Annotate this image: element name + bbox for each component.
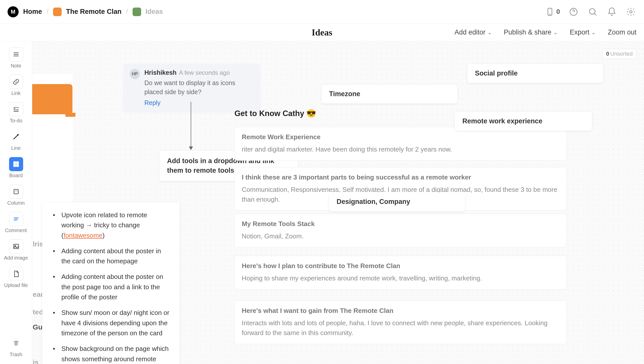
profile-card[interactable]: Here's how I plan to contribute to The R… [234, 256, 567, 289]
bg-orange-shape [32, 84, 72, 114]
tool-board-label: Board [9, 173, 23, 178]
add-editor-button[interactable]: Add editor⌄ [455, 28, 492, 36]
profile-card-title: Here's what I want to gain from The Remo… [242, 307, 559, 315]
tool-column[interactable]: Column [0, 183, 32, 207]
chevron-down-icon: ⌄ [591, 29, 596, 35]
tool-upload-file-label: Upload file [4, 282, 28, 288]
svg-rect-17 [14, 164, 16, 167]
arrow-line [191, 102, 191, 147]
chevron-down-icon: ⌄ [553, 29, 558, 35]
gear-icon[interactable] [625, 6, 636, 17]
tool-trash[interactable]: Trash [0, 335, 32, 359]
profile-card-title: Here's how I plan to contribute to The R… [242, 262, 559, 270]
svg-rect-16 [16, 162, 19, 164]
list-item: Show background on the page which shows … [51, 344, 171, 364]
tool-line-label: Line [11, 145, 21, 151]
profile-card-title: My Remote Tools Stack [242, 220, 559, 228]
fontawesome-link[interactable]: fontawesome [64, 232, 103, 239]
line-icon [9, 130, 23, 144]
help-icon[interactable] [568, 6, 579, 17]
comment-author: Hrishikesh [144, 69, 177, 76]
breadcrumb-sep: / [47, 8, 49, 16]
workspace-icon [53, 8, 62, 16]
note-icon [9, 47, 23, 61]
profile-card-text: riter and digital marketer. Have been do… [242, 144, 559, 154]
phone-icon [544, 6, 555, 17]
file-icon [9, 267, 23, 281]
notes-list-card[interactable]: Upvote icon related to remote working → … [42, 202, 180, 364]
viewers-count[interactable]: 0 [544, 6, 560, 17]
svg-rect-19 [14, 189, 18, 194]
list-item: Adding content about the poster on the p… [51, 272, 171, 302]
profile-card-text: Hoping to share my experiences around re… [242, 273, 559, 283]
page-title: Ideas [312, 27, 332, 38]
breadcrumb-page[interactable]: Ideas [146, 8, 163, 16]
unsorted-badge[interactable]: 0Unsorted [602, 49, 636, 59]
page-icon [133, 8, 141, 16]
note-card-timezone[interactable]: Timezone [321, 85, 457, 103]
notes-list: Upvote icon related to remote working → … [51, 210, 171, 364]
svg-rect-24 [14, 244, 19, 249]
todo-icon [9, 102, 23, 116]
unsorted-label: Unsorted [610, 51, 633, 57]
profile-card[interactable]: My Remote Tools Stack Notion, Gmail, Zoo… [234, 214, 567, 247]
chevron-down-icon: ⌄ [488, 29, 492, 35]
profile-card-text: Interacts with lots and lots of people, … [242, 318, 559, 338]
list-item: Upvote icon related to remote working → … [51, 210, 171, 240]
avatar: HP [130, 69, 140, 79]
tool-link[interactable]: Link [0, 73, 32, 98]
breadcrumb: M Home / The Remote Clan / Ideas [8, 6, 163, 17]
comment-body: HrishikeshA few seconds ago Do we want t… [144, 69, 240, 106]
profile-heading: Get to Know Cathy 😎 [234, 109, 316, 118]
svg-line-5 [594, 13, 596, 15]
note-card-designation[interactable]: Designation, Company [329, 192, 465, 211]
breadcrumb-home[interactable]: Home [23, 8, 42, 16]
app-logo[interactable]: M [8, 6, 19, 17]
tool-upload-file[interactable]: Upload file [0, 265, 32, 290]
column-icon [9, 185, 23, 199]
canvas[interactable]: 0Unsorted lrish ead ted Guic is HP Hrish… [32, 41, 644, 364]
tool-board[interactable]: Board [0, 156, 32, 180]
tool-note-label: Note [11, 63, 21, 69]
tool-todo[interactable]: To-do [0, 101, 32, 125]
bell-icon[interactable] [606, 6, 617, 17]
sub-header: Ideas Add editor⌄ Publish & share⌄ Expor… [0, 24, 644, 41]
viewers-number: 0 [556, 8, 560, 16]
tool-comment[interactable]: Comment [0, 210, 32, 235]
note-card-remote-work-exp[interactable]: Remote work experience [455, 112, 592, 131]
image-icon [9, 239, 23, 253]
topbar-right: 0 [544, 6, 636, 17]
zoom-out-button[interactable]: Zoom out [608, 28, 636, 36]
unsorted-count: 0 [606, 51, 609, 57]
bg-text-fragment: is [33, 358, 38, 364]
profile-card[interactable]: Remote Work Experience riter and digital… [234, 127, 567, 161]
comment-bubble[interactable]: HP HrishikeshA few seconds ago Do we wan… [124, 64, 260, 112]
comment-text: Do we want to display it as icons placed… [144, 78, 240, 97]
trash-icon [9, 336, 23, 350]
tool-note[interactable]: Note [0, 46, 32, 70]
tool-trash-label: Trash [10, 352, 22, 357]
arrow-head-icon [189, 147, 193, 150]
profile-card-title: I think these are 3 important parts to b… [242, 173, 559, 181]
svg-rect-15 [14, 162, 16, 164]
comment-reply-button[interactable]: Reply [144, 99, 240, 106]
search-icon[interactable] [587, 6, 598, 17]
list-item: Show sun/ moon or day/ night icon or hav… [51, 308, 171, 338]
breadcrumb-workspace[interactable]: The Remote Clan [66, 8, 122, 16]
tool-line[interactable]: Line [0, 128, 32, 153]
subheader-actions: Add editor⌄ Publish & share⌄ Export⌄ Zoo… [455, 28, 636, 36]
export-button[interactable]: Export⌄ [570, 28, 596, 36]
publish-share-button[interactable]: Publish & share⌄ [504, 28, 558, 36]
link-icon [9, 75, 23, 89]
tool-column-label: Column [7, 200, 25, 206]
profile-card[interactable]: Here's what I want to gain from The Remo… [234, 301, 567, 344]
tool-add-image[interactable]: Add image [0, 238, 32, 262]
svg-point-6 [630, 11, 632, 13]
bg-text-fragment: ted [33, 308, 43, 316]
profile-card-text: Notion, Gmail, Zoom. [242, 231, 559, 241]
tool-comment-label: Comment [5, 228, 27, 233]
left-toolbar: Note Link To-do Line Board Column Commen… [0, 41, 32, 364]
note-card-social-profile[interactable]: Social profile [467, 64, 603, 83]
profile-card-title: Remote Work Experience [242, 133, 559, 141]
board-icon [9, 157, 23, 171]
